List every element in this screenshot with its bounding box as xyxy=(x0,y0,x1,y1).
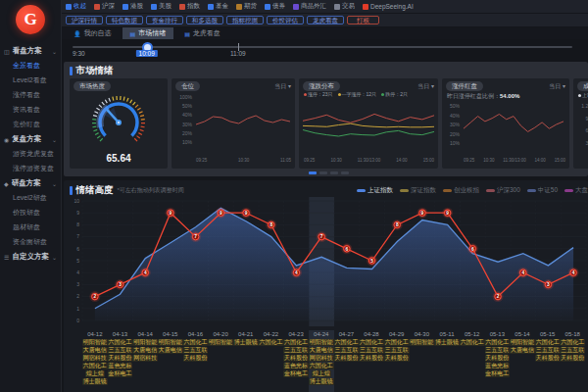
stock-tag[interactable]: 三五互联 xyxy=(535,347,561,354)
carousel-dot-3[interactable] xyxy=(341,172,349,174)
stock-tag[interactable]: 明阳智能 xyxy=(208,339,233,346)
stock-tag[interactable]: 蓝色光标 xyxy=(108,363,133,369)
stock-tag[interactable]: 天科股份 xyxy=(560,355,585,362)
nav-item-0[interactable]: 沪深 xyxy=(94,2,115,11)
toolbar-button-6[interactable]: 龙虎看盘 xyxy=(307,16,344,24)
toolbar-button-2[interactable]: 资金排行 xyxy=(146,16,183,24)
legend-item-2[interactable]: 创业板指 xyxy=(443,186,479,195)
nav-item-3[interactable]: 指数 xyxy=(179,2,200,11)
stock-tag[interactable]: 天科股份 xyxy=(535,355,561,362)
stock-tag[interactable]: 明阳智能 xyxy=(510,339,535,346)
nav-item-5[interactable]: 期货 xyxy=(236,2,257,11)
sidebar-item-0-0[interactable]: 全景看盘 xyxy=(0,58,61,73)
stock-tag[interactable]: 网宿科技 xyxy=(132,355,158,362)
stock-tag[interactable]: 明阳智能 xyxy=(82,339,108,346)
stock-tag[interactable]: 三五互联 xyxy=(283,347,309,354)
stock-tag[interactable]: 六国化工 xyxy=(384,339,410,346)
sidebar-item-0-4[interactable]: 竞价盯盘 xyxy=(0,117,61,131)
stock-tag[interactable]: 三五互联 xyxy=(108,347,133,354)
stock-tag[interactable]: 天科股份 xyxy=(108,355,133,362)
stock-tag[interactable]: 明阳智能 xyxy=(309,339,334,346)
sidebar-item-0-2[interactable]: 涨停看盘 xyxy=(0,87,61,102)
stock-tag[interactable]: 博士眼镜 xyxy=(233,339,259,346)
stock-tag[interactable]: 网宿科技 xyxy=(309,355,334,362)
sentiment-height-chart[interactable]: 01234567891023497998476589962434 xyxy=(70,197,588,326)
sidebar-item-1-1[interactable]: 涨停游资复盘 xyxy=(0,161,61,175)
sidebar-item-0-3[interactable]: 资讯看盘 xyxy=(0,102,61,117)
stock-tag[interactable]: 三五互联 xyxy=(183,347,209,354)
nav-item-7[interactable]: 商品外汇 xyxy=(293,2,326,11)
stock-tag[interactable]: 六国化工 xyxy=(82,363,108,369)
stock-tag[interactable]: 六国化工 xyxy=(485,339,511,346)
nav-item-4[interactable]: 基金 xyxy=(208,2,228,11)
stock-tag[interactable]: 金杯电工 xyxy=(485,370,511,377)
toolbar-button-5[interactable]: 价投评估 xyxy=(267,16,304,24)
stock-tag[interactable]: 大唐电信 xyxy=(158,347,183,354)
stock-tag[interactable]: 明阳智能 xyxy=(410,339,435,346)
stock-tag[interactable]: 六国化工 xyxy=(560,339,585,346)
stock-tag[interactable]: 三五互联 xyxy=(384,347,410,354)
updown-period-dropdown[interactable]: 当日 ▾ xyxy=(417,82,434,91)
stock-tag[interactable]: 天科股份 xyxy=(183,355,209,362)
legend-item-5[interactable]: 大盘 xyxy=(564,186,588,195)
stock-tag[interactable]: 六国化工 xyxy=(535,339,561,346)
stock-tag[interactable]: 六国化工 xyxy=(334,339,360,346)
nav-item-2[interactable]: 美股 xyxy=(151,2,172,11)
legend-item-0[interactable]: 上证指数 xyxy=(357,186,393,195)
toolbar-button-3[interactable]: 和多选股 xyxy=(186,16,223,24)
sidebar-item-0-1[interactable]: Level2看盘 xyxy=(0,73,61,87)
carousel-dot-2[interactable] xyxy=(330,172,338,174)
stock-tag[interactable]: 金杯电工 xyxy=(283,370,309,377)
stock-tag[interactable]: 网宿科技 xyxy=(82,355,108,362)
sidebar-group-3[interactable]: ☰自定义方案⌄ xyxy=(0,249,61,264)
stock-tag[interactable]: 大唐电信 xyxy=(510,347,535,354)
stock-tag[interactable]: 金杯电工 xyxy=(108,370,133,377)
stock-tag[interactable]: 大唐电信 xyxy=(309,347,334,354)
stock-tag[interactable]: 大唐电信 xyxy=(82,347,108,354)
sidebar-item-2-2[interactable]: 题材研盘 xyxy=(0,220,61,234)
stock-tag[interactable]: 六国化工 xyxy=(108,339,133,346)
sidebar-item-2-1[interactable]: 价投研盘 xyxy=(0,205,61,220)
stock-tag[interactable]: 明阳智能 xyxy=(158,339,183,346)
tab-0[interactable]: 👤我的自选 xyxy=(66,27,120,39)
nav-item-8[interactable]: 交易 xyxy=(334,2,355,11)
stock-tag[interactable]: 三五互联 xyxy=(334,347,360,354)
daban-button[interactable]: 打板 xyxy=(347,16,379,24)
stock-tag[interactable]: 蓝色光标 xyxy=(283,363,309,369)
nav-item-1[interactable]: 港股 xyxy=(122,2,143,11)
tab-1[interactable]: ▤市场情绪 xyxy=(122,27,174,39)
stock-tag[interactable]: 六国化工 xyxy=(309,363,334,369)
tab-2[interactable]: ▤龙虎看盘 xyxy=(176,27,228,39)
stock-tag[interactable]: 博士眼镜 xyxy=(309,378,334,385)
stock-tag[interactable]: 蓝色光标 xyxy=(485,363,511,369)
stock-tag[interactable]: 三五互联 xyxy=(560,347,585,354)
toolbar-button-4[interactable]: 指标挖掘 xyxy=(226,16,264,24)
legend-item-4[interactable]: 中证50 xyxy=(527,186,558,195)
stock-tag[interactable]: 天科股份 xyxy=(384,355,410,362)
sidebar-item-2-3[interactable]: 资金面研盘 xyxy=(0,234,61,249)
stock-tag[interactable]: 博士眼镜 xyxy=(434,339,460,346)
time-slider[interactable]: 9:30 10:09 11:09 xyxy=(71,37,578,61)
legend-item-1[interactable]: 深证指数 xyxy=(400,186,436,195)
stock-tag[interactable]: 天科股份 xyxy=(334,355,360,362)
stock-tag[interactable]: 煌上煌 xyxy=(85,370,105,377)
toolbar-button-1[interactable]: 特色数据 xyxy=(106,16,143,24)
stock-tag[interactable]: 煌上煌 xyxy=(312,370,331,377)
stock-tag[interactable]: 明阳智能 xyxy=(132,339,158,346)
sidebar-group-0[interactable]: ◫看盘方案⌄ xyxy=(0,43,61,58)
stock-tag[interactable]: 天科股份 xyxy=(283,355,309,362)
stock-tag[interactable]: 天科股份 xyxy=(485,355,511,362)
stock-tag[interactable]: 六国化工 xyxy=(460,339,485,346)
stock-tag[interactable]: 三五互联 xyxy=(485,347,511,354)
nav-item-6[interactable]: 债券 xyxy=(265,2,285,11)
carousel-dot-1[interactable] xyxy=(319,172,327,174)
limit-up-period-dropdown[interactable]: 当日 ▾ xyxy=(549,82,565,91)
brand[interactable]: DeepSeeing.AI xyxy=(363,3,414,10)
stock-tag[interactable]: 三五互联 xyxy=(359,347,384,354)
stock-tag[interactable]: 博士眼镜 xyxy=(82,378,108,385)
stock-tag[interactable]: 六国化工 xyxy=(359,339,384,346)
sidebar-group-2[interactable]: ◆研盘方案⌄ xyxy=(0,175,61,190)
stock-tag[interactable]: 六国化工 xyxy=(259,339,284,346)
stock-tag[interactable]: 天科股份 xyxy=(359,355,384,362)
stock-tag[interactable]: 六国化工 xyxy=(283,339,309,346)
